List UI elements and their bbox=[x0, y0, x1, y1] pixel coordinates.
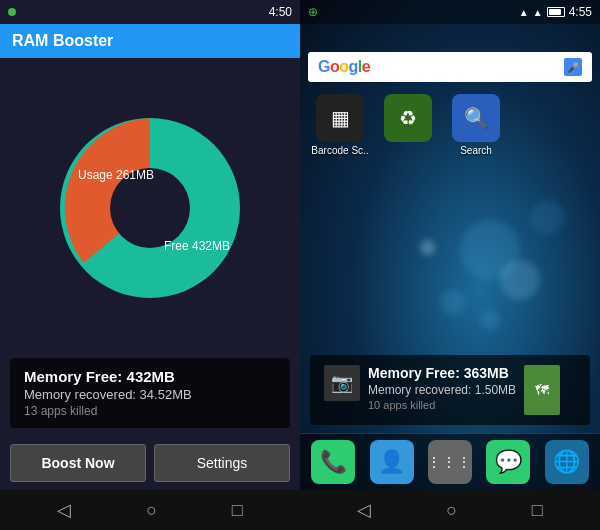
status-bar-left: 4:50 bbox=[0, 0, 300, 24]
right-memory-recovered: Memory recovered: 1.50MB bbox=[368, 383, 516, 397]
left-time: 4:50 bbox=[269, 5, 292, 19]
wifi-icon: ▲ bbox=[519, 7, 529, 18]
chart-usage-label: Usage 261MB bbox=[78, 168, 154, 182]
google-search-bar[interactable]: Google 🎤 bbox=[308, 52, 592, 82]
left-nav-bar: ◁ ○ □ bbox=[0, 490, 300, 530]
left-status-icons bbox=[8, 8, 16, 16]
recents-button-left[interactable]: □ bbox=[232, 500, 243, 521]
left-panel: 4:50 RAM Booster Usage 26 bbox=[0, 0, 300, 530]
home-button-left[interactable]: ○ bbox=[146, 500, 157, 521]
search-label: Search bbox=[460, 145, 492, 156]
recycle-app-icon[interactable]: ♻ bbox=[378, 94, 438, 156]
apps-glyph: ⋮⋮⋮ bbox=[427, 454, 472, 470]
donut-svg bbox=[50, 108, 250, 308]
dock-phone-icon[interactable]: 📞 bbox=[311, 440, 355, 484]
left-info-box: Memory Free: 432MB Memory recovered: 34.… bbox=[10, 358, 290, 428]
maps-thumbnail: 🗺 bbox=[524, 365, 560, 415]
camera-icon: 📷 bbox=[331, 372, 353, 394]
right-nav-bar: ◁ ○ □ bbox=[300, 490, 600, 530]
sms-glyph: 💬 bbox=[495, 449, 522, 475]
contacts-glyph: 👤 bbox=[378, 449, 405, 475]
left-apps-killed: 13 apps killed bbox=[24, 404, 276, 418]
back-button-left[interactable]: ◁ bbox=[57, 499, 71, 521]
dock-apps-icon[interactable]: ⋮⋮⋮ bbox=[428, 440, 472, 484]
right-info-box: 📷 Memory Free: 363MB Memory recovered: 1… bbox=[310, 355, 590, 425]
ram-donut-chart: Usage 261MB Free 432MB bbox=[50, 108, 250, 308]
phone-glyph: 📞 bbox=[320, 449, 347, 475]
browser-glyph: 🌐 bbox=[553, 449, 580, 475]
left-button-row: Boost Now Settings bbox=[0, 436, 300, 490]
barcode-app-icon[interactable]: ▦ Barcode Sc.. bbox=[310, 94, 370, 156]
app-icons-row: ▦ Barcode Sc.. ♻ 🔍 Search bbox=[300, 88, 600, 162]
signal-icon: ▲ bbox=[533, 7, 543, 18]
right-memory-free: Memory Free: 363MB bbox=[368, 365, 516, 381]
back-button-right[interactable]: ◁ bbox=[357, 499, 371, 521]
home-button-right[interactable]: ○ bbox=[446, 500, 457, 521]
dock-browser-icon[interactable]: 🌐 bbox=[545, 440, 589, 484]
left-charging-dot bbox=[8, 8, 16, 16]
barcode-icon: ▦ bbox=[316, 94, 364, 142]
search-app-icon[interactable]: 🔍 Search bbox=[446, 94, 506, 156]
dock-contacts-icon[interactable]: 👤 bbox=[370, 440, 414, 484]
right-apps-killed: 10 apps killed bbox=[368, 399, 516, 411]
settings-button[interactable]: Settings bbox=[154, 444, 290, 482]
barcode-glyph: ▦ bbox=[331, 106, 350, 130]
app-title: RAM Booster bbox=[12, 32, 113, 49]
right-status-icons: ▲ ▲ 4:55 bbox=[519, 5, 592, 19]
app-title-bar: RAM Booster bbox=[0, 24, 300, 58]
right-panel: ⊕ ▲ ▲ 4:55 Google 🎤 ▦ bbox=[300, 0, 600, 530]
right-time: 4:55 bbox=[569, 5, 592, 19]
barcode-label: Barcode Sc.. bbox=[311, 145, 368, 156]
dock-sms-icon[interactable]: 💬 bbox=[486, 440, 530, 484]
voice-search-button[interactable]: 🎤 bbox=[564, 58, 582, 76]
maps-icon: 🗺 bbox=[535, 382, 549, 398]
battery-icon bbox=[547, 7, 565, 17]
chart-free-label: Free 432MB bbox=[164, 239, 230, 253]
left-memory-free: Memory Free: 432MB bbox=[24, 368, 276, 385]
camera-thumbnail: 📷 bbox=[324, 365, 360, 401]
status-bar-right: ⊕ ▲ ▲ 4:55 bbox=[300, 0, 600, 24]
chart-area: Usage 261MB Free 432MB bbox=[0, 58, 300, 358]
mic-icon: 🎤 bbox=[567, 62, 579, 73]
app-dock: 📞 👤 ⋮⋮⋮ 💬 🌐 bbox=[300, 433, 600, 490]
right-info-text: Memory Free: 363MB Memory recovered: 1.5… bbox=[368, 365, 516, 411]
search-glyph: 🔍 bbox=[464, 106, 489, 130]
recycle-icon: ♻ bbox=[384, 94, 432, 142]
boost-now-button[interactable]: Boost Now bbox=[10, 444, 146, 482]
battery-fill bbox=[549, 9, 561, 15]
android-status-icon: ⊕ bbox=[308, 5, 318, 19]
search-icon: 🔍 bbox=[452, 94, 500, 142]
right-content: ⊕ ▲ ▲ 4:55 Google 🎤 ▦ bbox=[300, 0, 600, 530]
wallpaper-spacer bbox=[300, 162, 600, 295]
google-logo: Google bbox=[318, 58, 558, 76]
left-memory-recovered: Memory recovered: 34.52MB bbox=[24, 387, 276, 402]
recycle-glyph: ♻ bbox=[399, 106, 417, 130]
recents-button-right[interactable]: □ bbox=[532, 500, 543, 521]
